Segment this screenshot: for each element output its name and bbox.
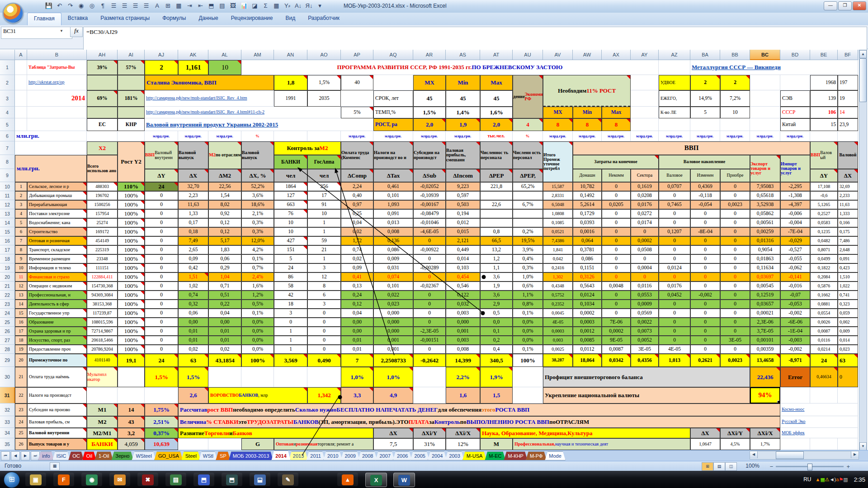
cell-BD14[interactable]: -0,004 xyxy=(780,218,810,227)
mail-icon[interactable]: ✉ xyxy=(109,473,130,486)
cell-AV30[interactable]: Профицит внешнеторгового баланса xyxy=(543,367,750,387)
merge-icon[interactable]: ⬒ xyxy=(206,1,217,11)
cell-AX16[interactable]: 0 xyxy=(602,236,631,245)
cell-B3[interactable]: 2014 xyxy=(27,90,87,107)
cell-AU23[interactable]: 0,8% xyxy=(513,300,543,309)
cell-AX20[interactable]: 0 xyxy=(602,272,631,282)
cell-AV20[interactable]: 1,302 xyxy=(543,272,573,282)
cell-AH8[interactable]: Всего использов ано xyxy=(87,155,118,182)
cell-AR13[interactable]: -0,08479 xyxy=(413,209,446,218)
cell-AK18[interactable]: 0,09 xyxy=(178,254,208,263)
col-header-AZ[interactable]: AZ xyxy=(659,50,690,60)
cell-BC22[interactable]: 0,12519 xyxy=(750,291,780,300)
office-button[interactable] xyxy=(3,3,24,23)
sheet-tab-GO_USA[interactable]: GO_USA xyxy=(154,451,183,460)
cell-AZ4[interactable]: К-во ЛЕ xyxy=(659,107,690,118)
cell-AI24[interactable]: 100% xyxy=(118,309,145,318)
cell-AR14[interactable]: -0,01046 xyxy=(413,218,446,227)
cell-AY22[interactable]: 0,0553 xyxy=(631,291,659,300)
cell-A29[interactable]: 20 xyxy=(15,354,27,367)
cell-AH19[interactable]: 111151 xyxy=(87,263,118,272)
cell-BC28[interactable]: 0,00359 xyxy=(750,345,780,354)
cell-AT10[interactable]: 221,8 xyxy=(480,182,513,191)
cell-AV26[interactable]: 0,0003 xyxy=(543,327,573,336)
cell-A14[interactable]: 5 xyxy=(15,218,27,227)
cell-BE27[interactable]: 0,0116 xyxy=(810,336,838,345)
monitor-icon[interactable]: ⬒ xyxy=(193,473,214,486)
font-color-icon[interactable]: A xyxy=(152,1,162,11)
cell-AJ16[interactable]: 0 xyxy=(145,236,178,245)
cell-BB4[interactable]: 10 xyxy=(720,107,750,118)
cell-BF25[interactable]: 0,002 xyxy=(838,318,858,327)
cell-AQ6[interactable]: млрд.грн. xyxy=(373,131,413,141)
cell-AS10[interactable]: 9,223 xyxy=(446,182,480,191)
row-header-10[interactable]: 10 xyxy=(0,182,15,191)
cell-AN21[interactable]: 58 xyxy=(274,282,307,291)
cell-BA16[interactable]: 0 xyxy=(690,236,720,245)
cell-A30[interactable]: 21 xyxy=(15,367,27,387)
cell-AZ26[interactable]: 0 xyxy=(659,327,690,336)
cell-AP16[interactable]: 1,72 xyxy=(341,236,373,245)
row-header-28[interactable]: 28 xyxy=(0,345,15,354)
monitor3-icon[interactable]: ⬓ xyxy=(250,473,270,486)
cell-AX13[interactable]: 0 xyxy=(602,209,631,218)
row-header-31[interactable]: 31 xyxy=(0,387,15,404)
cell-AR29[interactable]: -0,2642 xyxy=(413,354,446,367)
cell-AH3[interactable]: 69% xyxy=(87,90,118,107)
cell-AR9[interactable]: ΔSub xyxy=(413,169,446,182)
cell-AR23[interactable]: 0 xyxy=(413,300,446,309)
cell-BA15[interactable]: -8E-04 xyxy=(690,227,720,236)
cell-AQ21[interactable]: 0,101 xyxy=(373,282,413,291)
cell-AU16[interactable]: 19,5% xyxy=(513,236,543,245)
cell-AO24[interactable]: 0 xyxy=(307,309,341,318)
cell-BE13[interactable]: 0,2527 xyxy=(810,209,838,218)
globe-icon[interactable]: ◉ xyxy=(81,473,102,486)
cell-B28[interactable]: Предоставление проч xyxy=(27,345,87,354)
cell-AM18[interactable]: 0,1% xyxy=(241,254,274,263)
cell-BF2[interactable]: 197 xyxy=(838,75,858,90)
cell-AS7[interactable]: Валовая прибыль, смешанн xyxy=(446,141,480,169)
cell-BA11[interactable]: -0,118 xyxy=(690,191,720,200)
cell-AV28[interactable]: 0,0025 xyxy=(543,345,573,354)
cell-AO28[interactable]: 0 xyxy=(307,345,341,354)
cell-BD25[interactable]: -6E-06 xyxy=(780,318,810,327)
cell-AP23[interactable]: 0,12 xyxy=(341,300,373,309)
cell-AP18[interactable]: 0,02 xyxy=(341,254,373,263)
cell-BD10[interactable]: -2,295 xyxy=(780,182,810,191)
cell-AZ9[interactable]: Валовое xyxy=(659,169,690,182)
cell-AS28[interactable]: 0,008 xyxy=(446,345,480,354)
cell-AS13[interactable]: 0,194 xyxy=(446,209,480,218)
cell-A32[interactable]: 23 xyxy=(15,404,27,416)
cell-AK33[interactable]: Величина % СТАВКИ это ТРУДОЗАТРАТЫ БАНКО… xyxy=(178,416,780,428)
cell-AQ23[interactable]: 0,023 xyxy=(373,300,413,309)
cell-AT31[interactable]: 1,5 xyxy=(480,387,513,404)
cell-AJ2[interactable]: Сталина Экономика, ВВП xyxy=(145,75,274,90)
cell-AN11[interactable]: 127 xyxy=(274,191,307,200)
cell-AW29[interactable]: 18,064 xyxy=(573,354,602,367)
monitor2-icon[interactable]: ⬒ xyxy=(222,473,242,486)
cell-AH21[interactable]: 154730,368 xyxy=(87,282,118,291)
cell-AL26[interactable]: 0,01 xyxy=(208,327,241,336)
cell-AS22[interactable]: 0,122 xyxy=(446,291,480,300)
cell-AT7[interactable]: Численнос ть персонала xyxy=(480,141,513,169)
cell-AQ9[interactable]: ΔTax xyxy=(373,169,413,182)
cell-AO16[interactable]: 59 xyxy=(307,236,341,245)
cell-AP6[interactable]: млрд.грн. xyxy=(341,131,373,141)
cell-AP11[interactable]: 0,40 xyxy=(341,191,373,200)
cell-AT16[interactable]: 66,5 xyxy=(480,236,513,245)
cell-AT11[interactable] xyxy=(480,191,513,200)
cell-AH16[interactable]: 454149 xyxy=(87,236,118,245)
cell-BC35[interactable]: 1,7% xyxy=(750,438,780,450)
cell-AJ33[interactable]: 2,51% xyxy=(145,416,178,428)
cell-BD21[interactable]: -0,016 xyxy=(780,282,810,291)
forward-icon[interactable]: ◎ xyxy=(87,1,97,11)
scroll-right-icon[interactable]: ▶ xyxy=(851,451,859,458)
cell-AZ5[interactable] xyxy=(659,118,690,131)
cell-AP17[interactable]: 0,74 xyxy=(341,245,373,254)
cell-AU31[interactable] xyxy=(513,387,543,404)
cell-AM35[interactable]: G xyxy=(241,438,274,450)
cell-B26[interactable]: Охрана здоровья и пр xyxy=(27,327,87,336)
cell-AH35[interactable]: БАНКИ xyxy=(87,438,118,450)
sheet-tab-M-EC[interactable]: M-EC xyxy=(485,451,505,460)
cell-BA26[interactable]: 0 xyxy=(690,327,720,336)
